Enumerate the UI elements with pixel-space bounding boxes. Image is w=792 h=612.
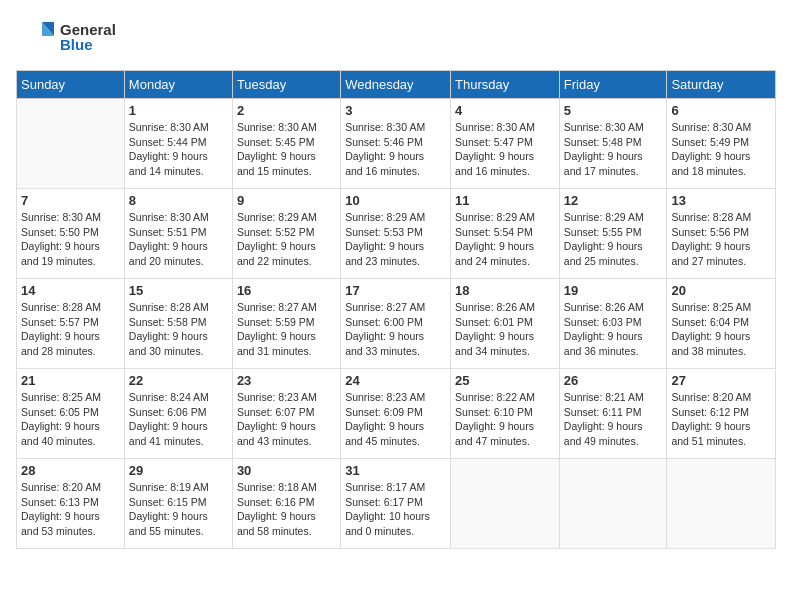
calendar-cell [559,459,667,549]
day-number: 4 [455,103,555,118]
day-info: Sunrise: 8:27 AM Sunset: 6:00 PM Dayligh… [345,300,446,359]
calendar-header-row: SundayMondayTuesdayWednesdayThursdayFrid… [17,71,776,99]
calendar-cell: 5Sunrise: 8:30 AM Sunset: 5:48 PM Daylig… [559,99,667,189]
day-info: Sunrise: 8:22 AM Sunset: 6:10 PM Dayligh… [455,390,555,449]
calendar-cell: 3Sunrise: 8:30 AM Sunset: 5:46 PM Daylig… [341,99,451,189]
header-sunday: Sunday [17,71,125,99]
calendar-cell: 31Sunrise: 8:17 AM Sunset: 6:17 PM Dayli… [341,459,451,549]
day-number: 16 [237,283,336,298]
calendar-cell: 6Sunrise: 8:30 AM Sunset: 5:49 PM Daylig… [667,99,776,189]
day-info: Sunrise: 8:27 AM Sunset: 5:59 PM Dayligh… [237,300,336,359]
day-number: 28 [21,463,120,478]
day-number: 12 [564,193,663,208]
day-info: Sunrise: 8:28 AM Sunset: 5:58 PM Dayligh… [129,300,228,359]
day-info: Sunrise: 8:17 AM Sunset: 6:17 PM Dayligh… [345,480,446,539]
calendar-cell: 20Sunrise: 8:25 AM Sunset: 6:04 PM Dayli… [667,279,776,369]
calendar-cell: 23Sunrise: 8:23 AM Sunset: 6:07 PM Dayli… [232,369,340,459]
day-number: 11 [455,193,555,208]
header-tuesday: Tuesday [232,71,340,99]
header-saturday: Saturday [667,71,776,99]
header-thursday: Thursday [451,71,560,99]
day-info: Sunrise: 8:30 AM Sunset: 5:48 PM Dayligh… [564,120,663,179]
day-info: Sunrise: 8:21 AM Sunset: 6:11 PM Dayligh… [564,390,663,449]
day-number: 14 [21,283,120,298]
calendar-cell: 9Sunrise: 8:29 AM Sunset: 5:52 PM Daylig… [232,189,340,279]
calendar-cell: 11Sunrise: 8:29 AM Sunset: 5:54 PM Dayli… [451,189,560,279]
day-number: 27 [671,373,771,388]
calendar-cell: 2Sunrise: 8:30 AM Sunset: 5:45 PM Daylig… [232,99,340,189]
day-number: 22 [129,373,228,388]
header-friday: Friday [559,71,667,99]
calendar-cell: 29Sunrise: 8:19 AM Sunset: 6:15 PM Dayli… [124,459,232,549]
calendar-cell: 21Sunrise: 8:25 AM Sunset: 6:05 PM Dayli… [17,369,125,459]
header-monday: Monday [124,71,232,99]
day-info: Sunrise: 8:20 AM Sunset: 6:12 PM Dayligh… [671,390,771,449]
day-info: Sunrise: 8:25 AM Sunset: 6:04 PM Dayligh… [671,300,771,359]
calendar-cell: 17Sunrise: 8:27 AM Sunset: 6:00 PM Dayli… [341,279,451,369]
day-info: Sunrise: 8:29 AM Sunset: 5:53 PM Dayligh… [345,210,446,269]
calendar-cell: 28Sunrise: 8:20 AM Sunset: 6:13 PM Dayli… [17,459,125,549]
calendar-cell: 25Sunrise: 8:22 AM Sunset: 6:10 PM Dayli… [451,369,560,459]
logo-general: General [60,22,116,37]
day-number: 13 [671,193,771,208]
day-number: 1 [129,103,228,118]
day-number: 5 [564,103,663,118]
day-number: 25 [455,373,555,388]
day-number: 29 [129,463,228,478]
day-info: Sunrise: 8:28 AM Sunset: 5:57 PM Dayligh… [21,300,120,359]
day-info: Sunrise: 8:26 AM Sunset: 6:03 PM Dayligh… [564,300,663,359]
calendar-week-row: 21Sunrise: 8:25 AM Sunset: 6:05 PM Dayli… [17,369,776,459]
calendar-cell: 24Sunrise: 8:23 AM Sunset: 6:09 PM Dayli… [341,369,451,459]
calendar-cell: 1Sunrise: 8:30 AM Sunset: 5:44 PM Daylig… [124,99,232,189]
calendar-cell: 7Sunrise: 8:30 AM Sunset: 5:50 PM Daylig… [17,189,125,279]
day-info: Sunrise: 8:29 AM Sunset: 5:52 PM Dayligh… [237,210,336,269]
calendar-cell: 10Sunrise: 8:29 AM Sunset: 5:53 PM Dayli… [341,189,451,279]
day-number: 24 [345,373,446,388]
day-number: 30 [237,463,336,478]
day-number: 15 [129,283,228,298]
day-number: 10 [345,193,446,208]
day-info: Sunrise: 8:28 AM Sunset: 5:56 PM Dayligh… [671,210,771,269]
day-number: 20 [671,283,771,298]
day-number: 18 [455,283,555,298]
calendar-cell: 18Sunrise: 8:26 AM Sunset: 6:01 PM Dayli… [451,279,560,369]
calendar-cell: 4Sunrise: 8:30 AM Sunset: 5:47 PM Daylig… [451,99,560,189]
page-header: General Blue [16,16,776,58]
calendar-week-row: 1Sunrise: 8:30 AM Sunset: 5:44 PM Daylig… [17,99,776,189]
day-info: Sunrise: 8:26 AM Sunset: 6:01 PM Dayligh… [455,300,555,359]
calendar-cell: 30Sunrise: 8:18 AM Sunset: 6:16 PM Dayli… [232,459,340,549]
day-info: Sunrise: 8:30 AM Sunset: 5:47 PM Dayligh… [455,120,555,179]
day-info: Sunrise: 8:19 AM Sunset: 6:15 PM Dayligh… [129,480,228,539]
day-info: Sunrise: 8:23 AM Sunset: 6:07 PM Dayligh… [237,390,336,449]
calendar-cell: 15Sunrise: 8:28 AM Sunset: 5:58 PM Dayli… [124,279,232,369]
calendar-cell: 22Sunrise: 8:24 AM Sunset: 6:06 PM Dayli… [124,369,232,459]
day-number: 23 [237,373,336,388]
calendar-cell: 26Sunrise: 8:21 AM Sunset: 6:11 PM Dayli… [559,369,667,459]
calendar-cell: 13Sunrise: 8:28 AM Sunset: 5:56 PM Dayli… [667,189,776,279]
day-number: 19 [564,283,663,298]
day-number: 9 [237,193,336,208]
day-number: 8 [129,193,228,208]
day-info: Sunrise: 8:30 AM Sunset: 5:49 PM Dayligh… [671,120,771,179]
calendar-cell: 8Sunrise: 8:30 AM Sunset: 5:51 PM Daylig… [124,189,232,279]
calendar-week-row: 7Sunrise: 8:30 AM Sunset: 5:50 PM Daylig… [17,189,776,279]
header-wednesday: Wednesday [341,71,451,99]
day-info: Sunrise: 8:25 AM Sunset: 6:05 PM Dayligh… [21,390,120,449]
calendar-cell: 27Sunrise: 8:20 AM Sunset: 6:12 PM Dayli… [667,369,776,459]
day-number: 7 [21,193,120,208]
logo-blue: Blue [60,37,116,52]
calendar-cell: 16Sunrise: 8:27 AM Sunset: 5:59 PM Dayli… [232,279,340,369]
day-number: 26 [564,373,663,388]
day-number: 2 [237,103,336,118]
calendar-cell [667,459,776,549]
day-info: Sunrise: 8:30 AM Sunset: 5:50 PM Dayligh… [21,210,120,269]
day-info: Sunrise: 8:29 AM Sunset: 5:54 PM Dayligh… [455,210,555,269]
calendar-cell [17,99,125,189]
calendar-week-row: 14Sunrise: 8:28 AM Sunset: 5:57 PM Dayli… [17,279,776,369]
day-number: 17 [345,283,446,298]
day-info: Sunrise: 8:30 AM Sunset: 5:44 PM Dayligh… [129,120,228,179]
day-info: Sunrise: 8:30 AM Sunset: 5:51 PM Dayligh… [129,210,228,269]
day-number: 21 [21,373,120,388]
day-info: Sunrise: 8:23 AM Sunset: 6:09 PM Dayligh… [345,390,446,449]
day-info: Sunrise: 8:20 AM Sunset: 6:13 PM Dayligh… [21,480,120,539]
